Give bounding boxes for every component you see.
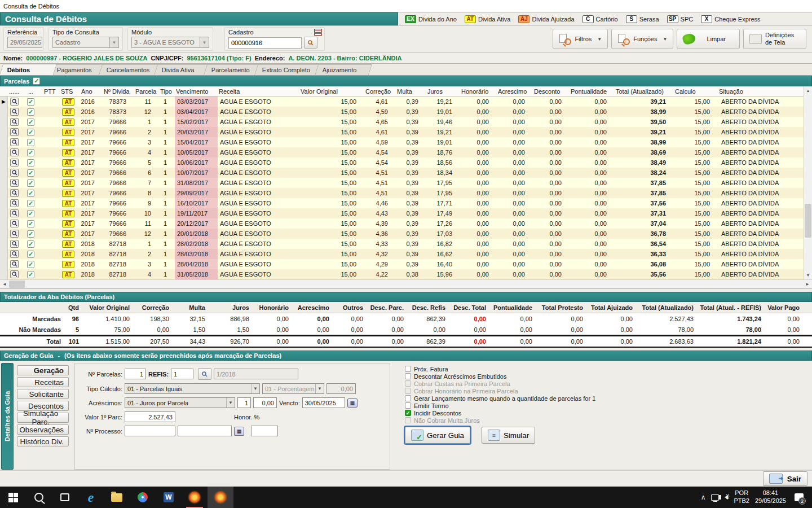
guia-option[interactable]: Descontar Acréscimos Embutidos <box>405 373 812 380</box>
sair-button[interactable]: Sair <box>763 471 807 486</box>
tab-ajuizamento[interactable]: Ajuizamento <box>315 64 372 75</box>
app-orange-2-icon[interactable] <box>208 487 233 508</box>
checkbox-emitir-termo[interactable] <box>405 402 411 409</box>
row-search-icon[interactable] <box>10 240 19 248</box>
row-search-icon[interactable] <box>10 189 19 197</box>
limpar-button[interactable]: Limpar <box>677 29 740 49</box>
tipo-calculo-select[interactable]: 01 - Parcelas Iguais▼ <box>125 383 260 394</box>
guia-option[interactable]: Gerar Lançamento mesmo quando a quantida… <box>405 395 812 402</box>
row-checkbox[interactable]: ✓ <box>27 149 34 156</box>
guia-button-gera-o[interactable]: Geração <box>17 365 69 375</box>
parcelas-checkbox[interactable]: ✓ <box>33 77 40 85</box>
tab-cancelamentos[interactable]: Cancelamentos <box>99 64 162 75</box>
horizontal-scrollbar[interactable]: ◄ ► <box>0 279 812 289</box>
acrescimos-select[interactable]: 01 - Juros por Parcela▼ <box>125 397 235 408</box>
guia-option[interactable]: Emitir Termo <box>405 402 812 409</box>
cadastro-search-button[interactable] <box>304 37 317 49</box>
network-icon[interactable] <box>711 494 719 501</box>
calculator-icon[interactable]: ▦ <box>234 427 244 436</box>
clock[interactable]: 08:41 29/05/2025 <box>755 489 786 505</box>
checkbox-descontar-acr-scimos-embutidos[interactable] <box>405 373 411 379</box>
row-checkbox[interactable]: ✓ <box>27 98 34 106</box>
row-search-icon[interactable] <box>10 250 19 258</box>
tipo-consulta-select[interactable]: Cadastro <box>52 37 110 48</box>
vencto-input[interactable]: 30/05/2025 <box>302 397 345 408</box>
row-checkbox[interactable]: ✓ <box>27 200 34 207</box>
row-checkbox[interactable]: ✓ <box>27 108 34 116</box>
row-search-icon[interactable] <box>10 108 19 116</box>
chrome-icon[interactable] <box>130 487 156 508</box>
row-checkbox[interactable]: ✓ <box>27 119 34 126</box>
row-checkbox[interactable]: ✓ <box>27 129 34 136</box>
guia-button-receitas[interactable]: Receitas <box>17 377 69 387</box>
row-search-icon[interactable] <box>10 209 19 217</box>
checkbox-gerar-lan-amento-mesmo-quando-a-quantidade-de-parcelas-for-1[interactable] <box>405 395 411 401</box>
language-indicator[interactable]: PORPTB2 <box>734 489 749 505</box>
n-parcelas-input[interactable]: 1 <box>125 369 146 379</box>
detalhes-da-guia-tab[interactable]: Detalhes da Guia <box>1 363 14 470</box>
scroll-down-icon[interactable]: ▼ <box>804 271 812 279</box>
scroll-right-icon[interactable]: ► <box>803 280 812 288</box>
definicoes-tela-button[interactable]: Definições de Tela <box>743 29 806 49</box>
calendar-icon[interactable]: ▦ <box>347 398 358 408</box>
row-checkbox[interactable]: ✓ <box>27 230 34 238</box>
guia-button-simula-o-parc-[interactable]: Simulação Parc. <box>17 413 69 423</box>
row-checkbox[interactable]: ✓ <box>27 251 34 258</box>
row-checkbox[interactable]: ✓ <box>27 179 34 187</box>
start-icon[interactable] <box>0 487 26 508</box>
gerar-guia-button[interactable]: Gerar Guia <box>405 427 470 444</box>
row-search-icon[interactable] <box>10 270 19 278</box>
valor-1parc-input[interactable]: 2.527,43 <box>125 411 175 422</box>
row-checkbox[interactable]: ✓ <box>27 210 34 217</box>
row-search-icon[interactable] <box>10 128 19 136</box>
scroll-left-icon[interactable]: ◄ <box>0 280 9 288</box>
honor-input[interactable] <box>251 426 278 436</box>
guia-button-observa-es[interactable]: Observações <box>17 424 69 435</box>
funcoes-button[interactable]: Funções▼ <box>611 29 673 49</box>
cadastro-list-icon[interactable] <box>314 29 322 36</box>
scrollbar-thumb[interactable] <box>805 204 811 238</box>
internet-explorer-icon[interactable]: e <box>78 487 104 508</box>
row-checkbox[interactable]: ✓ <box>27 159 34 167</box>
row-search-icon[interactable] <box>10 199 19 207</box>
hscrollbar-thumb[interactable] <box>9 281 25 288</box>
acrescimos-n-input[interactable]: 1 <box>237 397 251 408</box>
row-checkbox[interactable]: ✓ <box>27 139 34 146</box>
row-checkbox[interactable]: ✓ <box>27 240 34 248</box>
checkbox-incidir-descontos[interactable]: ✓ <box>405 410 411 416</box>
row-checkbox[interactable]: ✓ <box>27 261 34 268</box>
row-search-icon[interactable] <box>10 260 19 268</box>
guia-button-solicitante[interactable]: Solicitante <box>17 389 69 399</box>
search-icon[interactable] <box>26 487 52 508</box>
referencia-input[interactable]: 29/05/2025 <box>7 37 42 48</box>
row-search-icon[interactable] <box>10 179 19 187</box>
tab-divida-ativa[interactable]: Divida Ativa <box>154 64 211 75</box>
processo-aux-input[interactable] <box>178 426 232 436</box>
vertical-scrollbar[interactable]: ▲ ▼ <box>804 86 812 279</box>
simular-button[interactable]: ≣ Simular <box>482 427 535 444</box>
chevron-down-icon[interactable]: ▼ <box>200 37 209 48</box>
tab-parcelamento[interactable]: Parcelamento <box>204 64 262 75</box>
cadastro-input[interactable]: 000000916 <box>228 37 302 49</box>
word-icon[interactable]: W <box>156 487 182 508</box>
row-checkbox[interactable]: ✓ <box>27 220 34 227</box>
row-search-icon[interactable] <box>10 138 19 146</box>
modulo-select[interactable]: 3 - ÁGUA E ESGOTO <box>131 37 200 48</box>
refis-search-button[interactable] <box>198 368 211 380</box>
app-orange-1-icon[interactable] <box>182 487 208 508</box>
row-search-icon[interactable] <box>10 148 19 156</box>
row-search-icon[interactable] <box>10 220 19 227</box>
chevron-down-icon[interactable]: ▼ <box>110 37 119 48</box>
tab-pagamentos[interactable]: Pagamentos <box>49 64 107 75</box>
notification-center-icon[interactable]: 2 <box>792 487 806 508</box>
tab-débitos[interactable]: Débitos <box>0 64 57 75</box>
checkbox-pr-x-fatura[interactable] <box>405 366 411 372</box>
row-search-icon[interactable] <box>10 169 19 177</box>
speaker-icon[interactable] <box>725 495 728 500</box>
row-search-icon[interactable] <box>10 118 19 126</box>
refis-input[interactable]: 1 <box>171 369 193 379</box>
n-processo-input[interactable] <box>125 426 175 436</box>
task-view-icon[interactable] <box>52 487 78 508</box>
row-checkbox[interactable]: ✓ <box>27 190 34 197</box>
row-search-icon[interactable] <box>10 159 19 167</box>
